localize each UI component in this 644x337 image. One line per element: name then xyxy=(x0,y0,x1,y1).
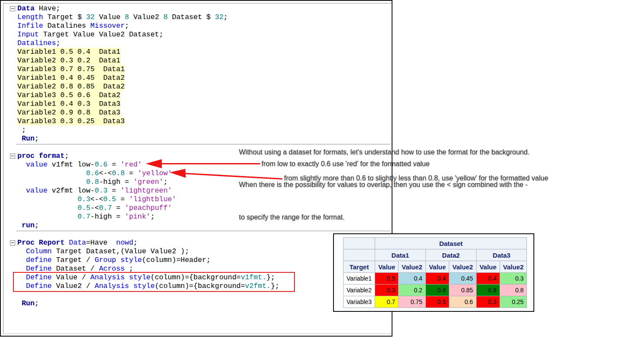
row-header-cell: Variable2 xyxy=(343,285,375,296)
code-token xyxy=(17,160,26,169)
measure-header-cell: Value xyxy=(375,261,399,273)
code-token: Data xyxy=(17,4,35,13)
measure-header-cell: Value2 xyxy=(449,261,477,273)
collapse-toggle-icon[interactable] xyxy=(10,154,15,159)
code-token: = xyxy=(112,204,125,212)
code-token: ; xyxy=(65,152,69,160)
code-line[interactable] xyxy=(17,291,279,299)
header-row-groups: Data1Data2Data3 xyxy=(343,249,527,261)
collapse-toggle-icon[interactable] xyxy=(10,6,15,11)
datalines-highlight: Variable2 0.8 0.85 Data2 xyxy=(17,82,125,91)
code-token: 'pink' xyxy=(125,213,150,221)
code-line[interactable]: Variable1 0.4 0.3 Data3 xyxy=(17,100,279,108)
code-token: value xyxy=(26,160,48,169)
datalines-highlight: Variable3 0.5 0.6 Data2 xyxy=(17,91,121,99)
code-token: Value2 xyxy=(129,13,163,21)
code-token xyxy=(17,299,22,308)
code-line[interactable]: define Target / Group style(column)=Head… xyxy=(17,256,279,265)
code-token xyxy=(17,186,26,195)
code-line[interactable]: Data Have; xyxy=(17,4,279,13)
value-cell: 0.8 xyxy=(425,285,449,296)
code-line[interactable]: Infile Datalines Missover; xyxy=(17,22,279,30)
value-cell: 0.5 xyxy=(425,296,449,308)
code-token: 'green' xyxy=(133,178,163,186)
code-token xyxy=(17,169,86,177)
results-viewer: Dataset Data1Data2Data3TargetValueValue2… xyxy=(333,233,534,312)
datalines-highlight: Variable1 0.4 0.45 Data2 xyxy=(17,74,125,82)
code-token: Variable1 0.4 0.45 Data2 xyxy=(17,74,125,82)
code-token: 0.7 xyxy=(99,204,112,212)
code-token: Data xyxy=(69,239,86,247)
code-token: Infile xyxy=(17,22,43,30)
table-row: Variable10.50.40.40.450.40.3 xyxy=(343,273,527,285)
code-token: 0.6 xyxy=(86,169,99,177)
code-line[interactable]: Column Target Dataset,(Value Value2 ); xyxy=(17,247,279,256)
code-token: 0.7 xyxy=(78,213,91,221)
code-token: 'red' xyxy=(121,160,142,169)
explanation-paragraph: Without using a dataset for formats, let… xyxy=(239,125,530,244)
code-line[interactable]: Variable1 0.4 0.45 Data2 xyxy=(17,74,279,82)
value-cell: 0.4 xyxy=(425,273,449,285)
code-token: Variable2 0.9 0.8 Data3 xyxy=(17,108,121,117)
table-row: Variable20.30.20.80.850.90.8 xyxy=(343,285,527,296)
value-cell: 0.3 xyxy=(375,285,399,296)
code-token: 'lightgreen' xyxy=(121,186,172,195)
code-line[interactable]: Variable3 0.3 0.25 Data3 xyxy=(17,117,279,126)
code-token: nowd xyxy=(116,239,134,247)
collapse-toggle-icon[interactable] xyxy=(10,240,15,245)
code-token: Input xyxy=(17,30,39,39)
value-cell: 0.4 xyxy=(476,273,500,285)
code-line[interactable]: Length Target $ 32 Value 8 Value2 8 Data… xyxy=(17,13,279,22)
value-cell: 0.85 xyxy=(449,285,477,296)
code-token: Variable2 0.3 0.2 Data1 xyxy=(17,56,121,65)
value-cell: 0.7 xyxy=(375,296,399,308)
code-token xyxy=(17,256,26,264)
code-line[interactable]: Variable1 0.5 0.4 Data1 xyxy=(17,48,279,56)
code-line[interactable]: Variable2 0.8 0.85 Data2 xyxy=(17,82,279,91)
value-cell: 0.8 xyxy=(500,285,527,296)
code-token: Variable3 0.3 0.25 Data3 xyxy=(17,117,125,125)
datalines-highlight: Variable1 0.5 0.4 Data1 xyxy=(17,48,121,56)
row-header-cell: Variable1 xyxy=(343,273,375,285)
code-line[interactable]: Variable2 0.9 0.8 Data3 xyxy=(17,108,279,117)
value-cell: 0.45 xyxy=(449,273,477,285)
code-line[interactable]: Variable3 0.7 0.75 Data1 xyxy=(17,65,279,74)
dataset-spanner-header: Dataset xyxy=(375,238,527,249)
measure-header-cell: Value xyxy=(476,261,500,273)
code-token: 0.8 xyxy=(112,169,125,177)
code-token: ; xyxy=(56,39,60,47)
code-token: Target Dataset,(Value Value2 ); xyxy=(52,247,189,255)
code-token: Target Value Value2 Dataset; xyxy=(39,30,163,39)
empty-header-cell xyxy=(343,238,375,249)
empty-header-cell xyxy=(343,249,375,261)
code-line[interactable]: Run; xyxy=(17,299,279,308)
code-line[interactable]: Input Target Value Value2 Dataset; xyxy=(17,30,279,39)
value-cell: 0.25 xyxy=(500,296,527,308)
code-line[interactable]: Variable2 0.3 0.2 Data1 xyxy=(17,56,279,65)
code-token: ; xyxy=(223,13,228,21)
code-token: Have; xyxy=(35,4,60,13)
code-token: (column)=Header; xyxy=(142,256,210,264)
header-row-spanner: Dataset xyxy=(343,238,527,249)
code-token: -high = xyxy=(99,178,133,186)
group-header-cell: Data2 xyxy=(425,249,476,261)
code-token: value xyxy=(26,186,48,195)
code-token: v2fmt low- xyxy=(47,186,95,195)
code-line[interactable]: Variable3 0.5 0.6 Data2 xyxy=(17,91,279,100)
code-token: Datalines xyxy=(43,22,90,30)
code-token xyxy=(65,239,69,247)
measure-header-cell: Value xyxy=(425,261,449,273)
code-token: 0.6 xyxy=(95,160,108,169)
report-table-body: Variable10.50.40.40.450.40.3Variable20.3… xyxy=(343,273,527,308)
code-token: Column xyxy=(26,247,52,255)
group-header-cell: Data1 xyxy=(375,249,426,261)
code-token: proc format xyxy=(17,152,65,160)
code-line[interactable]: Datalines; xyxy=(17,39,279,48)
value-cell: 0.75 xyxy=(399,296,426,308)
code-token: -< xyxy=(90,204,99,212)
datalines-highlight: Variable1 0.4 0.3 Data3 xyxy=(17,100,121,108)
code-token: Value xyxy=(95,13,124,21)
report-output-table: Dataset Data1Data2Data3TargetValueValue2… xyxy=(343,237,527,308)
code-token: Variable1 0.4 0.3 Data3 xyxy=(17,100,121,108)
value-cell: 0.3 xyxy=(500,273,527,285)
